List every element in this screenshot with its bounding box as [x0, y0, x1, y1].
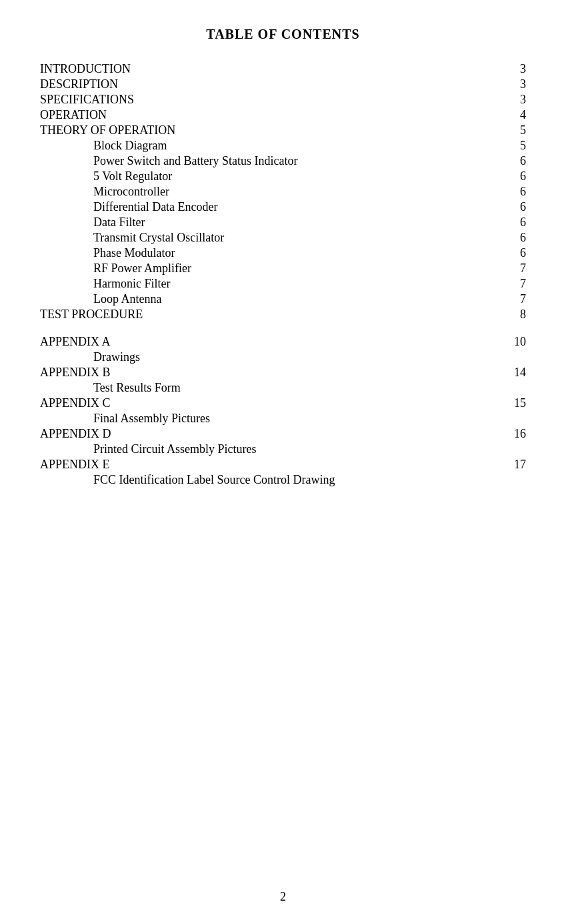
- toc-entry-page: 17: [506, 458, 526, 472]
- toc-entry-label: APPENDIX A: [40, 335, 506, 349]
- toc-entry: INTRODUCTION3: [40, 62, 526, 76]
- toc-entry: TEST PROCEDURE8: [40, 308, 526, 322]
- toc-entry-page: 10: [506, 335, 526, 349]
- toc-entry-label: Differential Data Encoder: [40, 200, 506, 214]
- toc-entry-page: 6: [506, 185, 526, 199]
- toc-entry-label: APPENDIX D: [40, 427, 506, 441]
- toc-entry-label: RF Power Amplifier: [40, 262, 506, 276]
- toc-entry-page: 8: [506, 308, 526, 322]
- toc-container: INTRODUCTION3DESCRIPTION3SPECIFICATIONS3…: [40, 62, 526, 487]
- toc-entry: APPENDIX A10: [40, 335, 526, 349]
- toc-spacer: [40, 323, 526, 335]
- toc-entry: Drawings: [40, 350, 526, 364]
- toc-entry-page: 7: [506, 292, 526, 306]
- toc-entry-page: 6: [506, 231, 526, 245]
- toc-entry: Power Switch and Battery Status Indicato…: [40, 154, 526, 168]
- toc-entry-page: 6: [506, 169, 526, 183]
- footer-page-number: 2: [280, 890, 286, 903]
- toc-entry: OPERATION4: [40, 108, 526, 122]
- toc-entry-page: 5: [506, 123, 526, 137]
- toc-entry-label: Data Filter: [40, 215, 506, 229]
- toc-entry: Test Results Form: [40, 381, 526, 395]
- toc-entry-label: DESCRIPTION: [40, 77, 506, 91]
- toc-entry-label: TEST PROCEDURE: [40, 308, 506, 322]
- toc-entry: Differential Data Encoder6: [40, 200, 526, 214]
- toc-entry-page: 3: [506, 93, 526, 107]
- toc-entry-page: 15: [506, 396, 526, 410]
- page: TABLE OF CONTENTS INTRODUCTION3DESCRIPTI…: [0, 0, 566, 924]
- toc-entry-page: 16: [506, 427, 526, 441]
- toc-entry: Phase Modulator6: [40, 246, 526, 260]
- toc-entry: Final Assembly Pictures: [40, 412, 526, 426]
- toc-entry: Microcontroller6: [40, 185, 526, 199]
- toc-entry-label: Transmit Crystal Oscillator: [40, 231, 506, 245]
- toc-entry: Block Diagram5: [40, 139, 526, 153]
- toc-entry-label: INTRODUCTION: [40, 62, 506, 76]
- toc-entry: Transmit Crystal Oscillator6: [40, 231, 526, 245]
- toc-entry: Loop Antenna7: [40, 292, 526, 306]
- toc-entry-label: FCC Identification Label Source Control …: [40, 473, 506, 487]
- page-footer: 2: [40, 890, 526, 904]
- toc-entry-label: Drawings: [40, 350, 506, 364]
- toc-entry-page: 4: [506, 108, 526, 122]
- toc-entry-page: 6: [506, 246, 526, 260]
- toc-entry-page: 6: [506, 215, 526, 229]
- toc-entry-page: 5: [506, 139, 526, 153]
- toc-entry: APPENDIX B14: [40, 366, 526, 380]
- toc-entry-label: APPENDIX E: [40, 458, 506, 472]
- toc-entry-label: Power Switch and Battery Status Indicato…: [40, 154, 506, 168]
- toc-entry-page: 6: [506, 200, 526, 214]
- toc-entry-label: Phase Modulator: [40, 246, 506, 260]
- toc-entry-page: 3: [506, 62, 526, 76]
- toc-entry-label: APPENDIX C: [40, 396, 506, 410]
- toc-entry: APPENDIX C15: [40, 396, 526, 410]
- toc-entry-label: Printed Circuit Assembly Pictures: [40, 442, 506, 456]
- toc-entry: THEORY OF OPERATION5: [40, 123, 526, 137]
- toc-entry: Printed Circuit Assembly Pictures: [40, 442, 526, 456]
- toc-entry-label: THEORY OF OPERATION: [40, 123, 506, 137]
- toc-entry-page: 6: [506, 154, 526, 168]
- toc-entry-label: Final Assembly Pictures: [40, 412, 506, 426]
- toc-entry-label: OPERATION: [40, 108, 506, 122]
- toc-entry: Data Filter6: [40, 215, 526, 229]
- toc-entry-page: 3: [506, 77, 526, 91]
- toc-entry: RF Power Amplifier7: [40, 262, 526, 276]
- toc-entry: 5 Volt Regulator6: [40, 169, 526, 183]
- toc-entry-page: 14: [506, 366, 526, 380]
- toc-entry-page: 7: [506, 262, 526, 276]
- toc-entry-label: Block Diagram: [40, 139, 506, 153]
- toc-entry-label: Microcontroller: [40, 185, 506, 199]
- page-title: TABLE OF CONTENTS: [40, 27, 526, 42]
- toc-entry-label: Harmonic Filter: [40, 277, 506, 291]
- toc-entry-label: SPECIFICATIONS: [40, 93, 506, 107]
- toc-entry: FCC Identification Label Source Control …: [40, 473, 526, 487]
- toc-entry: DESCRIPTION3: [40, 77, 526, 91]
- toc-entry: APPENDIX D16: [40, 427, 526, 441]
- toc-entry-page: 7: [506, 277, 526, 291]
- toc-entry: SPECIFICATIONS3: [40, 93, 526, 107]
- toc-entry-label: 5 Volt Regulator: [40, 169, 506, 183]
- toc-entry: Harmonic Filter7: [40, 277, 526, 291]
- toc-entry-label: Loop Antenna: [40, 292, 506, 306]
- toc-entry-label: Test Results Form: [40, 381, 506, 395]
- toc-entry-label: APPENDIX B: [40, 366, 506, 380]
- toc-entry: APPENDIX E17: [40, 458, 526, 472]
